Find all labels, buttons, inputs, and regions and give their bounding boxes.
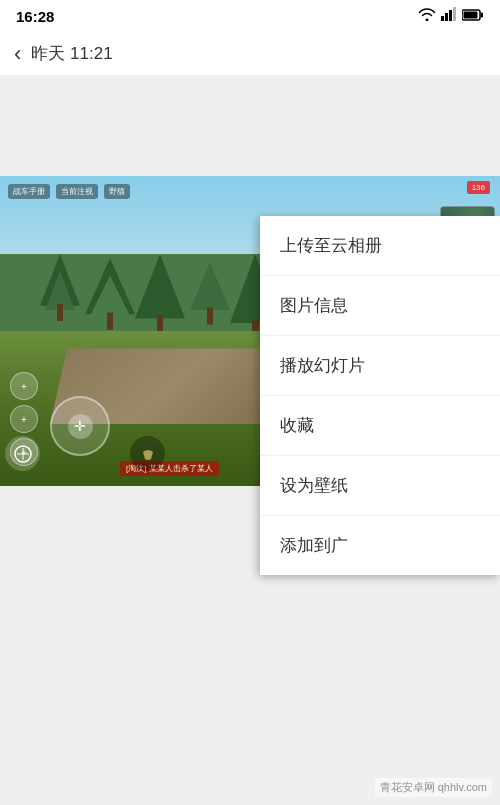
- joystick: ✛: [50, 396, 110, 456]
- wifi-icon: [418, 7, 436, 25]
- svg-rect-0: [441, 16, 444, 21]
- status-time: 16:28: [16, 8, 54, 25]
- nav-bar: ‹ 昨天 11:21: [0, 32, 500, 76]
- back-button[interactable]: ‹: [14, 41, 21, 67]
- svg-rect-23: [207, 307, 213, 324]
- game-ui-handbook: 战车手册: [8, 184, 50, 199]
- svg-rect-6: [481, 13, 484, 18]
- main-content: 战车手册 当前注视 野猫 136 11:5 + + + ✛ [淘汰] 某某人击杀…: [0, 76, 500, 805]
- joystick-inner: ✛: [68, 414, 93, 439]
- svg-rect-5: [464, 12, 478, 19]
- bottom-icon-1: [5, 436, 40, 471]
- menu-item-slideshow[interactable]: 播放幻灯片: [260, 336, 500, 396]
- menu-item-add-to[interactable]: 添加到广: [260, 516, 500, 575]
- game-ui-top: 战车手册 当前注视 野猫: [0, 176, 500, 206]
- status-icons: [418, 7, 484, 25]
- health-bar: 136: [467, 181, 490, 194]
- control-btn-1: +: [10, 372, 38, 400]
- game-ui-wildcat: 野猫: [104, 184, 130, 199]
- context-menu: 上传至云相册 图片信息 播放幻灯片 收藏 设为壁纸 添加到广: [260, 216, 500, 575]
- game-ui-focus: 当前注视: [56, 184, 98, 199]
- svg-rect-1: [445, 13, 448, 21]
- bottom-icon-2: [130, 436, 165, 471]
- menu-item-photo-info[interactable]: 图片信息: [260, 276, 500, 336]
- control-btn-2: +: [10, 405, 38, 433]
- battery-icon: [462, 7, 484, 25]
- signal-icon: [441, 7, 457, 25]
- svg-rect-21: [107, 312, 113, 329]
- menu-item-set-wallpaper[interactable]: 设为壁纸: [260, 456, 500, 516]
- watermark: 青花安卓网 qhhlv.com: [375, 778, 492, 797]
- menu-item-collect[interactable]: 收藏: [260, 396, 500, 456]
- status-bar: 16:28: [0, 0, 500, 32]
- svg-rect-20: [57, 303, 63, 320]
- nav-title: 昨天 11:21: [31, 42, 112, 65]
- svg-rect-2: [449, 10, 452, 21]
- menu-item-upload-cloud[interactable]: 上传至云相册: [260, 216, 500, 276]
- svg-rect-3: [453, 7, 456, 21]
